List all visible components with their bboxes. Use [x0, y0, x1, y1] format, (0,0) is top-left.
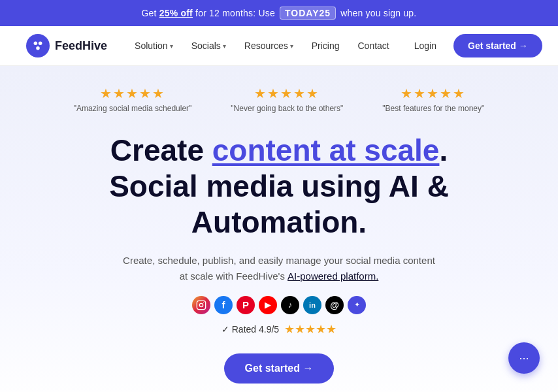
- hero-highlight: content at scale: [212, 133, 440, 167]
- banner-text-suffix: when you sign up.: [338, 8, 416, 18]
- testimonial-label-1: "Amazing social media scheduler": [74, 104, 192, 113]
- nav-resources-label: Resources: [244, 41, 288, 51]
- hero-line2: Social media using AI & Automation.: [109, 169, 449, 239]
- login-label: Login: [414, 41, 436, 51]
- rating-stars: ★★★★★: [284, 322, 336, 336]
- banner-text-middle: for 12 months: Use: [193, 8, 278, 18]
- promo-code[interactable]: TODAY25: [280, 7, 336, 20]
- svg-rect-3: [197, 301, 205, 309]
- hero-sub2: at scale with FeedHive's: [180, 270, 287, 282]
- svg-point-5: [203, 302, 204, 302]
- chat-bubble[interactable]: ···: [508, 342, 540, 374]
- social-platforms-row: f P ▶ ♪ in @ ✦: [26, 296, 532, 314]
- testimonial-1: ★★★★★ "Amazing social media scheduler": [74, 86, 192, 113]
- testimonial-label-2: "Never going back to the others": [231, 104, 343, 113]
- logo-text: FeedHive: [55, 39, 107, 53]
- nav-contact-label: Contact: [358, 41, 389, 51]
- hero-sub1: Create, schedule, publish, and easily ma…: [123, 255, 435, 266]
- rating-row: ✓ Rated 4.9/5 ★★★★★: [26, 322, 532, 336]
- stars-1: ★★★★★: [100, 86, 165, 101]
- logo[interactable]: FeedHive: [26, 34, 107, 57]
- nav-socials-label: Socials: [191, 41, 221, 51]
- nav-pricing-label: Pricing: [312, 41, 340, 51]
- youtube-icon: ▶: [259, 296, 277, 314]
- login-link[interactable]: Login: [404, 37, 447, 55]
- facebook-icon: f: [214, 296, 233, 314]
- testimonial-2: ★★★★★ "Never going back to the others": [231, 86, 343, 113]
- hero-cta-label: Get started →: [245, 363, 314, 374]
- nav-links: Solution ▾ Socials ▾ Resources ▾ Pricing…: [127, 37, 397, 55]
- hero-line1-suffix: .: [439, 133, 448, 167]
- hero-get-started-button[interactable]: Get started →: [224, 353, 335, 384]
- threads-icon: @: [325, 296, 344, 314]
- nav-pricing[interactable]: Pricing: [304, 37, 348, 55]
- banner-off-text: 25% off: [159, 8, 193, 18]
- linkedin-icon: in: [303, 296, 321, 314]
- testimonial-label-3: "Best features for the money": [382, 104, 484, 113]
- chevron-down-icon: ▾: [170, 42, 173, 50]
- chat-icon: ···: [519, 351, 529, 365]
- chevron-down-icon: ▾: [290, 42, 293, 50]
- logo-icon: [26, 34, 50, 57]
- svg-point-1: [39, 42, 42, 46]
- instagram-icon: [192, 296, 210, 314]
- rating-text: ✓ Rated 4.9/5: [222, 324, 279, 335]
- stars-2: ★★★★★: [254, 86, 320, 101]
- svg-point-4: [199, 303, 203, 306]
- hero-subtext: Create, schedule, publish, and easily ma…: [122, 253, 436, 284]
- hero-line1-prefix: Create: [110, 133, 212, 167]
- promo-banner: Get 25% off for 12 months: Use TODAY25 w…: [0, 0, 558, 26]
- main-content: ★★★★★ "Amazing social media scheduler" ★…: [0, 66, 558, 392]
- nav-socials[interactable]: Socials ▾: [184, 37, 234, 55]
- hero-heading: Create content at scale. Social media us…: [26, 133, 532, 241]
- stars-3: ★★★★★: [401, 86, 466, 101]
- nav-get-started-button[interactable]: Get started →: [453, 34, 542, 57]
- chevron-down-icon: ▾: [223, 42, 226, 50]
- nav-resources[interactable]: Resources ▾: [237, 37, 301, 55]
- svg-point-2: [36, 46, 40, 50]
- pinterest-icon: P: [237, 296, 255, 314]
- nav-solution-label: Solution: [135, 41, 168, 51]
- navbar: FeedHive Solution ▾ Socials ▾ Resources …: [0, 26, 558, 66]
- extra-platform-icon: ✦: [348, 296, 366, 314]
- testimonials-row: ★★★★★ "Amazing social media scheduler" ★…: [26, 86, 532, 113]
- testimonial-3: ★★★★★ "Best features for the money": [382, 86, 484, 113]
- nav-contact[interactable]: Contact: [350, 37, 397, 55]
- svg-point-0: [34, 42, 38, 46]
- tiktok-icon: ♪: [281, 296, 299, 314]
- banner-text-prefix: Get: [142, 8, 159, 18]
- nav-solution[interactable]: Solution ▾: [127, 37, 181, 55]
- ai-platform-link[interactable]: AI-powered platform.: [287, 270, 378, 282]
- nav-cta-label: Get started →: [468, 41, 528, 51]
